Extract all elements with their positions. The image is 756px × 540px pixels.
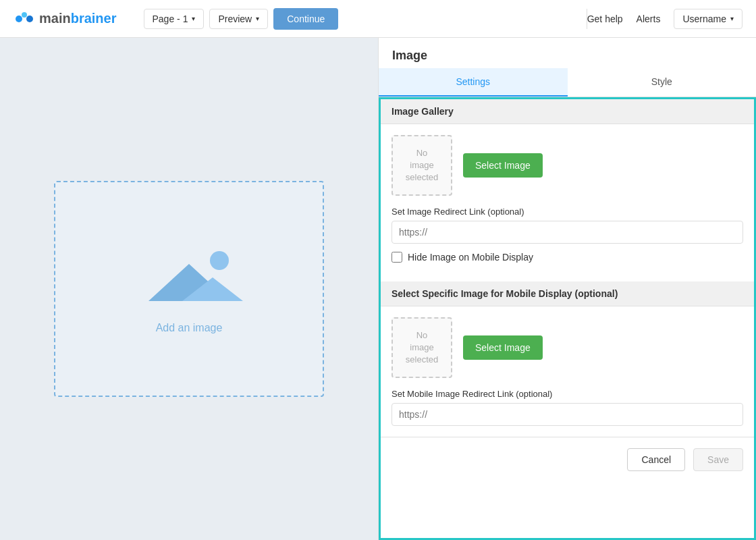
tab-settings[interactable]: Settings — [379, 68, 568, 97]
alerts-link[interactable]: Alerts — [637, 14, 661, 24]
header: mainbrainer Page - 1 ▾ Preview ▾ Continu… — [0, 0, 756, 38]
redirect-link-label: Set Image Redirect Link (optional) — [392, 207, 743, 217]
image-placeholder-icon — [135, 244, 243, 311]
panel-content: Image Gallery No image selected Select I… — [379, 97, 756, 540]
mobile-section-header: Select Specific Image for Mobile Display… — [381, 281, 754, 306]
canvas-area: Add an image — [0, 38, 378, 540]
no-image-box-2: No image selected — [392, 317, 452, 378]
svg-point-2 — [26, 16, 33, 22]
page-dropdown[interactable]: Page - 1 ▾ — [144, 9, 205, 29]
get-help-link[interactable]: Get help — [587, 14, 623, 24]
add-image-text: Add an image — [156, 322, 223, 334]
select-image-button-2[interactable]: Select Image — [463, 335, 543, 360]
redirect-link-input[interactable] — [392, 221, 743, 244]
header-nav: Page - 1 ▾ Preview ▾ Continue — [144, 8, 587, 30]
hide-mobile-row: Hide Image on Mobile Display — [392, 252, 743, 263]
image-row-2: No image selected Select Image — [392, 317, 743, 378]
preview-chevron-icon: ▾ — [256, 15, 259, 22]
svg-point-1 — [22, 12, 27, 18]
no-image-text-2: No image selected — [406, 329, 438, 367]
continue-button[interactable]: Continue — [273, 8, 338, 30]
cancel-button[interactable]: Cancel — [627, 448, 685, 471]
header-right: Get help Alerts Username ▾ — [587, 9, 742, 29]
mobile-redirect-field: Set Mobile Image Redirect Link (optional… — [392, 389, 743, 426]
select-image-button-1[interactable]: Select Image — [463, 153, 543, 178]
panel-footer: Cancel Save — [381, 437, 754, 482]
main-layout: Add an image Image Settings Style Image … — [0, 38, 756, 540]
image-gallery-body: No image selected Select Image Set Image… — [381, 124, 754, 281]
username-chevron-icon: ▾ — [730, 15, 734, 22]
canvas-container: Add an image — [54, 181, 324, 397]
hide-mobile-checkbox[interactable] — [392, 252, 402, 263]
svg-point-0 — [16, 16, 22, 22]
tab-style[interactable]: Style — [568, 68, 757, 97]
mobile-redirect-label: Set Mobile Image Redirect Link (optional… — [392, 389, 743, 399]
panel-title: Image — [379, 38, 756, 68]
image-gallery-header: Image Gallery — [381, 99, 754, 124]
no-image-text-1: No image selected — [406, 147, 438, 184]
logo-icon — [14, 8, 35, 30]
page-chevron-icon: ▾ — [192, 15, 195, 22]
mobile-section-body: No image selected Select Image Set Mobil… — [381, 306, 754, 437]
no-image-box-1: No image selected — [392, 135, 452, 196]
logo-text: mainbrainer — [39, 11, 117, 26]
image-row-1: No image selected Select Image — [392, 135, 743, 196]
username-dropdown[interactable]: Username ▾ — [674, 9, 742, 29]
right-panel: Image Settings Style Image Gallery No im… — [378, 38, 756, 540]
logo: mainbrainer — [14, 8, 117, 30]
save-button[interactable]: Save — [693, 448, 743, 471]
hide-mobile-label[interactable]: Hide Image on Mobile Display — [408, 252, 533, 263]
svg-point-6 — [210, 251, 229, 270]
redirect-link-field: Set Image Redirect Link (optional) — [392, 207, 743, 244]
preview-dropdown[interactable]: Preview ▾ — [209, 9, 268, 29]
mobile-redirect-input[interactable] — [392, 403, 743, 426]
tabs: Settings Style — [379, 68, 756, 97]
